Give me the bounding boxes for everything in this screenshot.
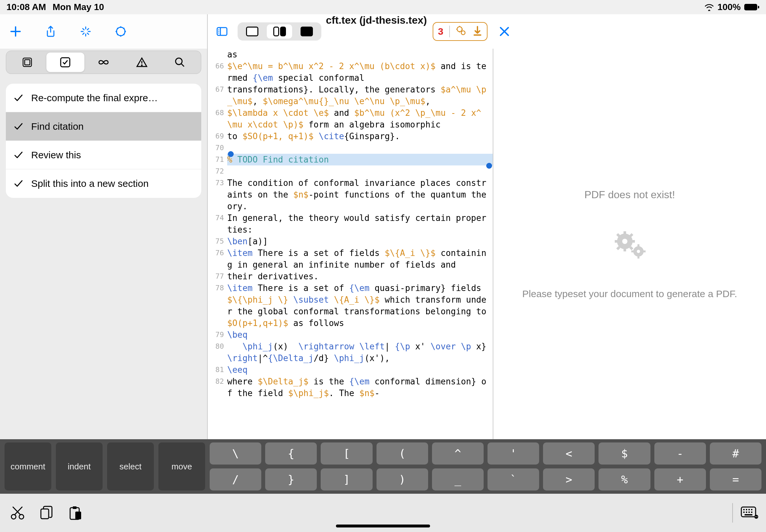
sidebar-filter-warnings[interactable] <box>123 53 161 72</box>
spark-button[interactable] <box>76 22 95 41</box>
code-line[interactable]: 67transformations}. Locally, the generat… <box>208 84 493 107</box>
kbd-key[interactable]: - <box>654 442 706 465</box>
svg-rect-42 <box>751 509 752 510</box>
code-content[interactable] <box>227 142 493 154</box>
sidebar-filter-segmented[interactable] <box>6 51 201 74</box>
kbd-action-move[interactable]: move <box>158 442 205 490</box>
line-number: 81 <box>208 364 227 376</box>
sidebar-filter-search[interactable] <box>161 53 199 72</box>
download-icon[interactable] <box>473 25 482 38</box>
cut-icon[interactable] <box>10 505 25 521</box>
kbd-key[interactable]: \ <box>210 442 261 465</box>
code-content[interactable]: transformations}. Locally, the generator… <box>227 84 493 107</box>
sidebar-filter-infinity[interactable] <box>84 53 123 72</box>
code-line[interactable]: 80 \phi_j(x) \rightarrow \left| {\p x' \… <box>208 341 493 364</box>
view-mode-split[interactable] <box>267 24 292 39</box>
kbd-action-indent[interactable]: indent <box>56 442 103 490</box>
keyboard-icon[interactable] <box>741 505 756 521</box>
code-line[interactable]: 68$\lambda x \cdot \e$ and $b^\mu (x^2 \… <box>208 107 493 130</box>
editor-body[interactable]: as66$\e^\mu = b^\mu x^2 - 2 x^\mu (b\cdo… <box>208 49 493 439</box>
code-line[interactable]: 82where $\Delta_j$ is the {\em conformal… <box>208 376 493 399</box>
todo-item[interactable]: Split this into a new section <box>6 169 201 198</box>
line-number: 78 <box>208 282 227 329</box>
code-line[interactable]: 70 <box>208 142 493 154</box>
close-button[interactable] <box>495 22 514 41</box>
editor-pane[interactable]: as66$\e^\mu = b^\mu x^2 - 2 x^\mu (b\cdo… <box>208 49 493 439</box>
kbd-key[interactable]: % <box>599 468 650 490</box>
code-content[interactable]: $\e^\mu = b^\mu x^2 - 2 x^\mu (b\cdot x)… <box>227 60 493 84</box>
code-content[interactable]: where $\Delta_j$ is the {\em conformal d… <box>227 376 493 399</box>
svg-rect-12 <box>61 58 70 67</box>
kbd-key[interactable]: > <box>543 468 595 490</box>
view-mode-editor[interactable] <box>239 24 265 39</box>
kbd-key[interactable]: ^ <box>432 442 484 465</box>
code-content[interactable]: \item There is a set of fields $\{A_i \}… <box>227 247 493 271</box>
svg-point-49 <box>755 516 756 517</box>
sidebar-toggle-button[interactable] <box>212 22 232 41</box>
code-line[interactable]: as <box>208 49 493 60</box>
code-line[interactable]: 74In general, the theory would satisfy c… <box>208 212 493 236</box>
home-indicator[interactable] <box>336 525 430 527</box>
kbd-key[interactable]: / <box>210 468 261 490</box>
bottom-bar-divider <box>732 503 733 523</box>
view-mode-toggle[interactable] <box>237 22 321 41</box>
code-line[interactable]: 81\eeq <box>208 364 493 376</box>
error-count[interactable]: 3 <box>438 26 444 37</box>
typeset-gear-icon[interactable] <box>456 25 467 38</box>
kbd-key[interactable]: ) <box>376 468 428 490</box>
code-line[interactable]: 75\ben[a)] <box>208 236 493 247</box>
code-line[interactable]: 79\beq <box>208 329 493 341</box>
code-content[interactable]: $\lambda x \cdot \e$ and $b^\mu (x^2 \p_… <box>227 107 493 130</box>
code-content[interactable]: \beq <box>227 329 493 341</box>
kbd-key[interactable]: # <box>710 442 761 465</box>
code-content[interactable]: \item There is a set of {\em quasi-prima… <box>227 282 493 329</box>
code-line[interactable]: 73The condition of conformal invariance … <box>208 177 493 212</box>
kbd-key[interactable]: _ <box>432 468 484 490</box>
code-content[interactable]: The condition of conformal invariance pl… <box>227 177 493 212</box>
sidebar-filter-outline[interactable] <box>8 53 46 72</box>
todo-item[interactable]: Find citation <box>6 112 201 141</box>
code-content[interactable]: as <box>227 49 493 60</box>
kbd-key[interactable]: + <box>654 468 706 490</box>
kbd-key[interactable]: } <box>265 468 317 490</box>
errors-typeset-group[interactable]: 3 <box>433 22 488 41</box>
kbd-key[interactable]: [ <box>321 442 372 465</box>
kbd-key[interactable]: ( <box>376 442 428 465</box>
kbd-key[interactable]: ' <box>488 442 539 465</box>
view-mode-pdf[interactable] <box>294 24 319 39</box>
kbd-key[interactable]: = <box>710 468 761 490</box>
code-line[interactable]: 77their derivatives. <box>208 271 493 282</box>
code-content[interactable]: % TODO Find citation <box>227 154 493 165</box>
kbd-key[interactable]: ` <box>488 468 539 490</box>
settings-button[interactable] <box>111 22 130 41</box>
svg-point-17 <box>622 239 627 244</box>
code-content[interactable]: \eeq <box>227 364 493 376</box>
kbd-key[interactable]: { <box>265 442 317 465</box>
copy-icon[interactable] <box>38 505 54 521</box>
code-content[interactable]: their derivatives. <box>227 271 493 282</box>
code-line[interactable]: 66$\e^\mu = b^\mu x^2 - 2 x^\mu (b\cdot … <box>208 60 493 84</box>
code-line[interactable]: 69to $SO(p+1, q+1)$ \cite{Ginsparg}. <box>208 130 493 142</box>
kbd-key[interactable]: ] <box>321 468 372 490</box>
code-line[interactable]: 78\item There is a set of {\em quasi-pri… <box>208 282 493 329</box>
code-content[interactable]: In general, the theory would satisfy cer… <box>227 212 493 236</box>
kbd-key[interactable]: $ <box>599 442 650 465</box>
code-content[interactable]: \ben[a)] <box>227 236 493 247</box>
kbd-action-select[interactable]: select <box>107 442 154 490</box>
code-content[interactable]: to $SO(p+1, q+1)$ \cite{Ginsparg}. <box>227 130 493 142</box>
share-button[interactable] <box>41 22 60 41</box>
code-content[interactable]: \phi_j(x) \rightarrow \left| {\p x' \ove… <box>227 341 493 364</box>
line-number: 68 <box>208 107 227 130</box>
kbd-key[interactable]: < <box>543 442 595 465</box>
sidebar-filter-todos[interactable] <box>46 53 85 72</box>
code-line[interactable]: 76\item There is a set of fields $\{A_i … <box>208 247 493 271</box>
code-line[interactable]: 72 <box>208 165 493 177</box>
code-content[interactable] <box>227 165 493 177</box>
kbd-action-comment[interactable]: comment <box>5 442 51 490</box>
paste-icon[interactable] <box>67 505 82 521</box>
todo-item[interactable]: Review this <box>6 141 201 169</box>
check-icon <box>13 121 24 132</box>
add-button[interactable] <box>6 22 25 41</box>
todo-item[interactable]: Re-compute the final expre… <box>6 84 201 112</box>
code-line[interactable]: 71% TODO Find citation <box>208 154 493 165</box>
